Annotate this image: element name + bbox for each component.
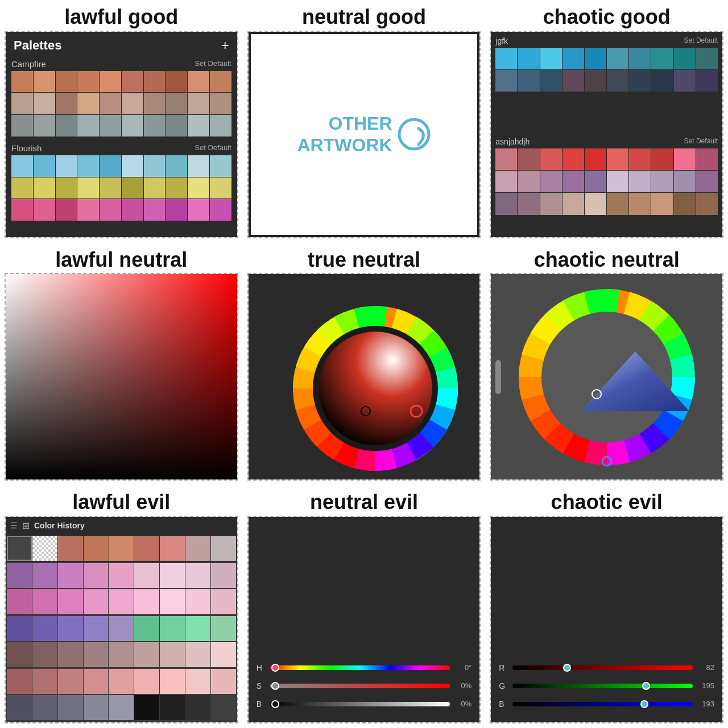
le-swatch[interactable] xyxy=(134,669,159,694)
le-swatch[interactable] xyxy=(7,616,32,641)
le-swatch[interactable] xyxy=(58,589,83,614)
cg-swatch[interactable] xyxy=(518,48,539,69)
swatch[interactable] xyxy=(188,177,209,199)
le-swatch[interactable] xyxy=(58,695,83,720)
swatch[interactable] xyxy=(11,177,33,199)
swatch[interactable] xyxy=(11,199,33,221)
le-swatch[interactable] xyxy=(84,616,109,641)
le-swatch[interactable] xyxy=(211,589,236,614)
cg-swatch[interactable] xyxy=(674,148,696,170)
cg-palette2-set-default[interactable]: Set Default xyxy=(684,137,718,146)
scroll-indicator[interactable] xyxy=(495,360,501,394)
le-swatch[interactable] xyxy=(32,616,57,641)
cg-swatch[interactable] xyxy=(651,171,673,192)
r-slider-thumb[interactable] xyxy=(563,664,571,672)
swatch[interactable] xyxy=(144,115,166,136)
swatch[interactable] xyxy=(210,115,231,136)
s-slider-track[interactable] xyxy=(270,684,450,688)
inner-picker[interactable] xyxy=(318,332,432,445)
cg-swatch[interactable] xyxy=(562,193,584,214)
le-swatch[interactable] xyxy=(32,563,57,588)
le-swatch[interactable] xyxy=(134,589,159,614)
le-swatch[interactable] xyxy=(185,669,210,694)
campfire-set-default[interactable]: Set Default xyxy=(195,59,231,69)
cg-swatch[interactable] xyxy=(674,70,696,92)
swatch[interactable] xyxy=(188,155,209,177)
swatch[interactable] xyxy=(34,71,55,93)
swatch[interactable] xyxy=(166,177,187,199)
cg-swatch[interactable] xyxy=(607,70,628,92)
swatch[interactable] xyxy=(144,155,166,177)
swatch[interactable] xyxy=(144,93,166,114)
flourish-set-default[interactable]: Set Default xyxy=(195,143,231,153)
swatch[interactable] xyxy=(188,93,209,114)
g-slider-thumb[interactable] xyxy=(642,682,650,690)
le-swatch[interactable] xyxy=(185,589,210,614)
h-slider-track[interactable] xyxy=(270,665,450,670)
swatch[interactable] xyxy=(56,155,77,177)
cg-swatch[interactable] xyxy=(540,148,562,170)
le-swatch[interactable] xyxy=(32,669,57,694)
cg-swatch[interactable] xyxy=(629,70,651,92)
swatch[interactable] xyxy=(100,199,121,221)
le-swatch[interactable] xyxy=(7,589,32,614)
history-swatch[interactable] xyxy=(134,536,159,561)
swatch[interactable] xyxy=(77,177,99,199)
swatch[interactable] xyxy=(56,177,77,199)
le-swatch[interactable] xyxy=(109,616,134,641)
add-palette-button[interactable]: + xyxy=(221,38,229,53)
g-slider-track[interactable] xyxy=(512,684,693,688)
swatch[interactable] xyxy=(77,115,99,136)
le-swatch[interactable] xyxy=(58,669,83,694)
swatch[interactable] xyxy=(166,199,187,221)
le-swatch[interactable] xyxy=(84,563,109,588)
swatch[interactable] xyxy=(56,199,77,221)
swatch[interactable] xyxy=(11,71,33,93)
le-swatch[interactable] xyxy=(134,642,159,667)
cg-swatch[interactable] xyxy=(495,171,517,192)
le-swatch[interactable] xyxy=(109,589,134,614)
cg-swatch[interactable] xyxy=(607,48,628,69)
cg-swatch[interactable] xyxy=(562,70,584,92)
swatch[interactable] xyxy=(188,115,209,136)
cg-swatch[interactable] xyxy=(585,193,606,214)
cg-swatch[interactable] xyxy=(696,48,718,69)
le-swatch[interactable] xyxy=(109,642,134,667)
swatch[interactable] xyxy=(77,93,99,114)
le-swatch[interactable] xyxy=(58,642,83,667)
swatch[interactable] xyxy=(100,155,121,177)
le-swatch[interactable] xyxy=(58,616,83,641)
le-swatch[interactable] xyxy=(160,642,185,667)
le-swatch[interactable] xyxy=(109,669,134,694)
le-swatch[interactable] xyxy=(7,669,32,694)
le-swatch[interactable] xyxy=(134,616,159,641)
le-swatch[interactable] xyxy=(160,616,185,641)
le-swatch[interactable] xyxy=(160,589,185,614)
swatch[interactable] xyxy=(210,199,231,221)
swatch[interactable] xyxy=(100,115,121,136)
le-swatch[interactable] xyxy=(109,563,134,588)
cg-swatch[interactable] xyxy=(607,193,628,214)
swatch[interactable] xyxy=(77,155,99,177)
swatch[interactable] xyxy=(56,93,77,114)
le-swatch[interactable] xyxy=(7,563,32,588)
swatch[interactable] xyxy=(34,199,55,221)
cg-swatch[interactable] xyxy=(696,193,718,214)
swatch[interactable] xyxy=(210,155,231,177)
cg-swatch[interactable] xyxy=(518,70,539,92)
le-swatch[interactable] xyxy=(84,589,109,614)
cg-swatch[interactable] xyxy=(607,171,628,192)
le-swatch[interactable] xyxy=(134,695,159,720)
swatch[interactable] xyxy=(56,71,77,93)
color-wheel-wrap[interactable] xyxy=(284,297,444,457)
history-swatch[interactable] xyxy=(185,536,210,561)
swatch[interactable] xyxy=(166,93,187,114)
cg-swatch[interactable] xyxy=(696,148,718,170)
cg-swatch[interactable] xyxy=(674,171,696,192)
swatch[interactable] xyxy=(122,93,143,114)
le-swatch[interactable] xyxy=(211,616,236,641)
swatch[interactable] xyxy=(122,71,143,93)
current-color-swatch[interactable] xyxy=(7,536,32,561)
cg-swatch[interactable] xyxy=(696,70,718,92)
cg-swatch[interactable] xyxy=(540,48,562,69)
